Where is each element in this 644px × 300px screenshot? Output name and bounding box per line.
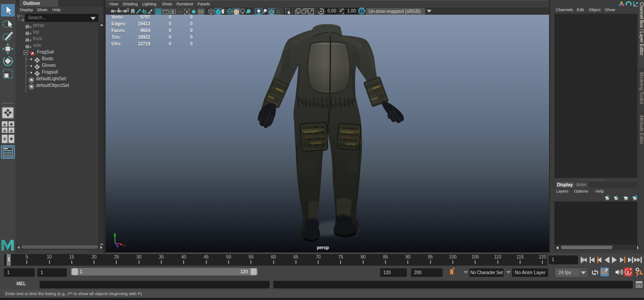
svg-text:y: y bbox=[114, 232, 115, 236]
svg-text:1: 1 bbox=[627, 270, 629, 275]
